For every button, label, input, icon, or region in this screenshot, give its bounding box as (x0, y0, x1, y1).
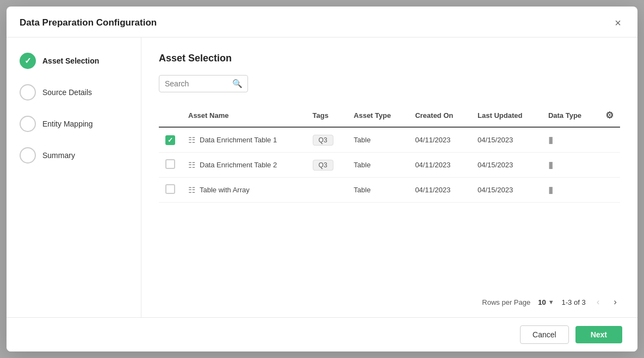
step-circle-summary (20, 147, 36, 164)
table-header-row: Asset Name Tags Asset Type Created On La… (159, 104, 620, 127)
sidebar-label-summary: Summary (42, 151, 75, 160)
row-tags (306, 178, 348, 203)
checkbox-checked[interactable]: ✓ (165, 135, 175, 145)
sidebar-item-source-details[interactable]: Source Details (20, 84, 128, 101)
table-asset-icon: ☷ (188, 185, 195, 195)
sidebar-item-entity-mapping[interactable]: Entity Mapping (20, 116, 128, 132)
sidebar-label-source-details: Source Details (42, 88, 92, 97)
sidebar-label-asset-selection: Asset Selection (42, 56, 99, 65)
row-tags: Q3 (306, 153, 348, 178)
row-asset-type: Table (347, 127, 408, 153)
step-circle-source-details (20, 84, 36, 101)
modal-body: ✓ Asset Selection Source Details Entity … (7, 37, 637, 317)
search-icon: 🔍 (232, 79, 243, 89)
step-circle-entity-mapping (20, 116, 36, 132)
col-asset-name: Asset Name (182, 104, 306, 127)
asset-name-text: Data Enrichment Table 2 (200, 161, 277, 169)
shield-icon: ▮ (548, 135, 553, 145)
cancel-button[interactable]: Cancel (520, 325, 569, 344)
rows-per-page-value: 10 (538, 298, 546, 306)
row-asset-name: ☷Table with Array (182, 178, 306, 203)
checkbox-empty[interactable] (165, 184, 175, 194)
row-asset-type: Table (347, 153, 408, 178)
chevron-down-icon: ▼ (548, 299, 554, 305)
gear-icon[interactable]: ⚙ (605, 110, 614, 121)
step-circle-asset-selection: ✓ (20, 53, 36, 69)
next-page-button[interactable]: › (610, 296, 620, 309)
next-button[interactable]: Next (575, 326, 622, 343)
asset-name-text: Data Enrichment Table 1 (200, 136, 277, 144)
row-checkbox-cell[interactable]: ✓ (159, 127, 182, 153)
sidebar-item-summary[interactable]: Summary (20, 147, 128, 164)
table-row: ☷Data Enrichment Table 2Q3Table04/11/202… (159, 153, 620, 178)
search-bar[interactable]: 🔍 (159, 75, 248, 92)
col-data-type: Data Type (542, 104, 598, 127)
row-created-on: 04/11/2023 (408, 153, 471, 178)
row-data-type: ▮ (542, 127, 598, 153)
search-input[interactable] (165, 79, 230, 88)
row-tags: Q3 (306, 127, 348, 153)
row-created-on: 04/11/2023 (408, 127, 471, 153)
tag-badge: Q3 (313, 135, 333, 146)
modal-overlay: Data Preparation Configuration × ✓ Asset… (0, 0, 644, 358)
row-data-type: ▮ (542, 153, 598, 178)
col-last-updated: Last Updated (471, 104, 542, 127)
col-gear[interactable]: ⚙ (598, 104, 620, 127)
col-asset-type: Asset Type (347, 104, 408, 127)
table-row: ✓☷Data Enrichment Table 1Q3Table04/11/20… (159, 127, 620, 153)
row-last-updated: 04/15/2023 (471, 127, 542, 153)
row-created-on: 04/11/2023 (408, 178, 471, 203)
sidebar: ✓ Asset Selection Source Details Entity … (7, 37, 141, 317)
row-gear-col (598, 178, 620, 203)
row-asset-name: ☷Data Enrichment Table 2 (182, 153, 306, 178)
check-icon: ✓ (168, 136, 173, 144)
section-title: Asset Selection (159, 53, 620, 64)
asset-table: Asset Name Tags Asset Type Created On La… (159, 104, 620, 203)
sidebar-item-asset-selection[interactable]: ✓ Asset Selection (20, 53, 128, 69)
row-checkbox-cell[interactable] (159, 178, 182, 203)
sidebar-label-entity-mapping: Entity Mapping (42, 120, 93, 128)
modal-header: Data Preparation Configuration × (7, 7, 637, 37)
row-last-updated: 04/15/2023 (471, 178, 542, 203)
pagination-row: Rows per Page 10 ▼ 1-3 of 3 ‹ › (159, 288, 620, 317)
row-data-type: ▮ (542, 178, 598, 203)
row-gear-col (598, 127, 620, 153)
row-asset-name: ☷Data Enrichment Table 1 (182, 127, 306, 153)
shield-icon: ▮ (548, 185, 553, 195)
table-row: ☷Table with ArrayTable04/11/202304/15/20… (159, 178, 620, 203)
col-tags: Tags (306, 104, 348, 127)
step-check-icon: ✓ (24, 56, 32, 66)
main-content: Asset Selection 🔍 Asset Name Tags Asset … (141, 37, 637, 317)
table-asset-icon: ☷ (188, 135, 195, 145)
rows-per-page-label: Rows per Page (482, 298, 530, 306)
checkbox-empty[interactable] (165, 159, 175, 169)
table-asset-icon: ☷ (188, 160, 195, 170)
tag-badge: Q3 (313, 160, 333, 171)
modal-dialog: Data Preparation Configuration × ✓ Asset… (7, 7, 637, 351)
row-gear-col (598, 153, 620, 178)
col-created-on: Created On (408, 104, 471, 127)
row-asset-type: Table (347, 178, 408, 203)
modal-footer: Cancel Next (7, 317, 637, 351)
asset-name-text: Table with Array (200, 186, 250, 194)
shield-icon: ▮ (548, 160, 553, 170)
asset-table-container: Asset Name Tags Asset Type Created On La… (159, 104, 620, 288)
close-button[interactable]: × (611, 16, 624, 29)
rows-per-page-select[interactable]: 10 ▼ (538, 298, 554, 306)
row-last-updated: 04/15/2023 (471, 153, 542, 178)
modal-title: Data Preparation Configuration (20, 17, 157, 28)
col-checkbox (159, 104, 182, 127)
row-checkbox-cell[interactable] (159, 153, 182, 178)
prev-page-button[interactable]: ‹ (593, 296, 603, 309)
page-info: 1-3 of 3 (562, 298, 586, 306)
